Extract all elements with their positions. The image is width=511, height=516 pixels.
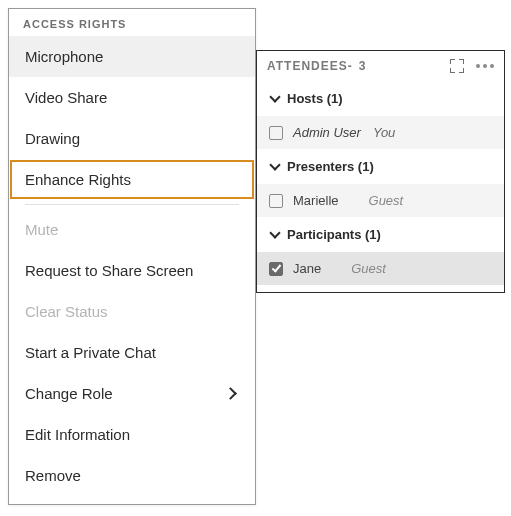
attendees-count-sep: - (348, 59, 353, 73)
attendee-suffix: You (373, 125, 395, 140)
menu-item-label: Change Role (25, 385, 113, 402)
menu-item-label: Drawing (25, 130, 80, 147)
checkbox-icon[interactable] (269, 194, 283, 208)
menu-item-label: Enhance Rights (25, 171, 131, 188)
attendee-name: Jane (293, 261, 321, 276)
attendee-name: Admin User (293, 125, 361, 140)
group-header-presenters[interactable]: Presenters (1) (257, 149, 504, 184)
attendees-header: ATTENDEES - 3 (257, 51, 504, 81)
menu-item-label: Request to Share Screen (25, 262, 193, 279)
chevron-right-icon (224, 387, 237, 400)
menu-item-label: Mute (25, 221, 58, 238)
menu-section-header: ACCESS RIGHTS (9, 9, 255, 36)
group-header-hosts[interactable]: Hosts (1) (257, 81, 504, 116)
attendee-name: Marielle (293, 193, 339, 208)
menu-item-label: Microphone (25, 48, 103, 65)
chevron-down-icon (269, 159, 280, 170)
group-label: Participants (1) (287, 227, 381, 242)
group-header-participants[interactable]: Participants (1) (257, 217, 504, 252)
menu-item-label: Start a Private Chat (25, 344, 156, 361)
menu-item-edit-information[interactable]: Edit Information (9, 414, 255, 455)
attendee-suffix: Guest (351, 261, 386, 276)
group-label: Hosts (1) (287, 91, 343, 106)
attendee-row[interactable]: Admin User You (257, 116, 504, 149)
menu-separator (25, 204, 239, 205)
menu-item-drawing[interactable]: Drawing (9, 118, 255, 159)
menu-item-change-role[interactable]: Change Role (9, 373, 255, 414)
menu-item-microphone[interactable]: Microphone (9, 36, 255, 77)
menu-item-video-share[interactable]: Video Share (9, 77, 255, 118)
attendee-suffix: Guest (369, 193, 404, 208)
group-label: Presenters (1) (287, 159, 374, 174)
checkbox-checked-icon[interactable] (269, 262, 283, 276)
attendees-panel: ATTENDEES - 3 Hosts (1) Admin User You P… (256, 50, 505, 293)
menu-item-clear-status: Clear Status (9, 291, 255, 332)
attendees-title: ATTENDEES (267, 59, 348, 73)
attendee-row[interactable]: Marielle Guest (257, 184, 504, 217)
chevron-down-icon (269, 227, 280, 238)
menu-item-label: Remove (25, 467, 81, 484)
menu-item-enhance-rights[interactable]: Enhance Rights (9, 159, 255, 200)
menu-item-request-share[interactable]: Request to Share Screen (9, 250, 255, 291)
access-rights-menu: ACCESS RIGHTS Microphone Video Share Dra… (8, 8, 256, 505)
menu-item-label: Edit Information (25, 426, 130, 443)
menu-item-label: Clear Status (25, 303, 108, 320)
menu-item-label: Video Share (25, 89, 107, 106)
menu-item-remove[interactable]: Remove (9, 455, 255, 496)
attendee-row[interactable]: Jane Guest (257, 252, 504, 285)
fullscreen-icon[interactable] (450, 59, 464, 73)
attendees-count: 3 (359, 59, 367, 73)
menu-item-private-chat[interactable]: Start a Private Chat (9, 332, 255, 373)
more-options-icon[interactable] (476, 64, 494, 68)
checkbox-icon[interactable] (269, 126, 283, 140)
menu-item-mute: Mute (9, 209, 255, 250)
chevron-down-icon (269, 91, 280, 102)
